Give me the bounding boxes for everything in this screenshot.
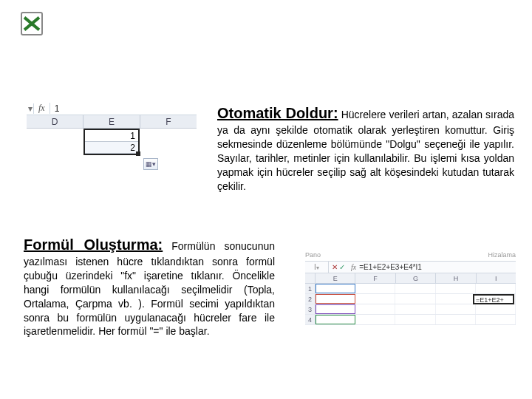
ribbon-hint: Pano Hizalama [305, 250, 516, 262]
cell[interactable] [395, 284, 435, 293]
ribbon-group-left: Pano [305, 251, 321, 259]
fill-handle[interactable] [136, 151, 140, 156]
cell[interactable] [355, 304, 395, 314]
select-all-corner[interactable] [305, 273, 316, 283]
cell[interactable] [355, 294, 395, 304]
cancel-icon[interactable]: ✕ [332, 263, 338, 271]
column-headers: D E F [27, 115, 197, 129]
col-header[interactable]: G [396, 273, 436, 283]
col-header[interactable]: F [140, 115, 197, 128]
fx-label[interactable]: fx [348, 263, 359, 271]
col-header[interactable]: E [83, 115, 140, 128]
namebox-dropdown-icon[interactable]: ▾ [27, 103, 34, 114]
formula-bar-buttons: ✕ ✓ [329, 263, 348, 271]
cell[interactable] [316, 284, 355, 293]
column-headers: E F G H I [305, 273, 516, 284]
formula-bar: ▾ fx 1 [27, 102, 197, 115]
cell[interactable] [476, 304, 516, 314]
ribbon-group-right: Hizalama [488, 251, 516, 259]
formula-description: Formül Oluşturma: Formülün sonucunun yaz… [24, 235, 275, 338]
row-header[interactable]: 2 [305, 294, 316, 304]
formula-body: Formülün sonucunun yazılması istenen hüc… [24, 240, 275, 337]
cell[interactable] [436, 284, 476, 293]
name-box[interactable]: I▾ [305, 262, 329, 273]
formula-bar-value[interactable]: =E1+E2+E3+E4*I1 [359, 263, 422, 271]
cell[interactable]: 2 [85, 142, 138, 154]
row-header[interactable]: 3 [305, 304, 316, 314]
col-header[interactable]: I [477, 273, 516, 283]
autofill-options-button[interactable]: ▦▾ [143, 158, 158, 170]
enter-icon[interactable]: ✓ [339, 263, 345, 271]
cell[interactable] [476, 315, 516, 324]
cell[interactable] [316, 294, 355, 304]
formula-example-sheet: Pano Hizalama I▾ ✕ ✓ fx =E1+E2+E3+E4*I1 … [305, 250, 516, 325]
cell[interactable] [316, 304, 355, 314]
col-header[interactable]: D [27, 115, 83, 128]
cell[interactable] [436, 315, 476, 324]
dropdown-icon[interactable]: ▾ [316, 262, 319, 274]
cell[interactable] [355, 284, 395, 293]
col-header[interactable]: E [316, 273, 355, 283]
formula-bar: I▾ ✕ ✓ fx =E1+E2+E3+E4*I1 [305, 262, 516, 273]
autofill-description: Otomatik Doldur: Hücrelere verileri arta… [217, 103, 514, 193]
cell[interactable] [316, 315, 355, 324]
formula-bar-value[interactable]: 1 [50, 103, 60, 114]
cell[interactable] [436, 294, 476, 304]
row-header[interactable]: 4 [305, 315, 316, 324]
active-editing-cell[interactable]: =E1+E2+ [473, 294, 514, 304]
col-header[interactable]: H [436, 273, 476, 283]
col-header[interactable]: F [355, 273, 395, 283]
selected-range[interactable]: 1 2 [83, 129, 140, 155]
cell[interactable] [395, 294, 435, 304]
cell[interactable] [436, 304, 476, 314]
cell[interactable] [395, 315, 435, 324]
autofill-title: Otomatik Doldur: [217, 105, 338, 121]
excel-app-icon [16, 10, 46, 40]
cell[interactable] [355, 315, 395, 324]
autofill-example-sheet: ▾ fx 1 D E F 1 2 ▦▾ [27, 102, 197, 170]
cell[interactable] [395, 304, 435, 314]
row-header[interactable]: 1 [305, 284, 316, 293]
cell[interactable] [476, 284, 516, 293]
formula-title: Formül Oluşturma: [24, 236, 163, 253]
cell-grid: 1 2 3 4 [305, 284, 516, 325]
fx-label[interactable]: fx [34, 103, 50, 114]
cell[interactable]: 1 [85, 130, 138, 142]
